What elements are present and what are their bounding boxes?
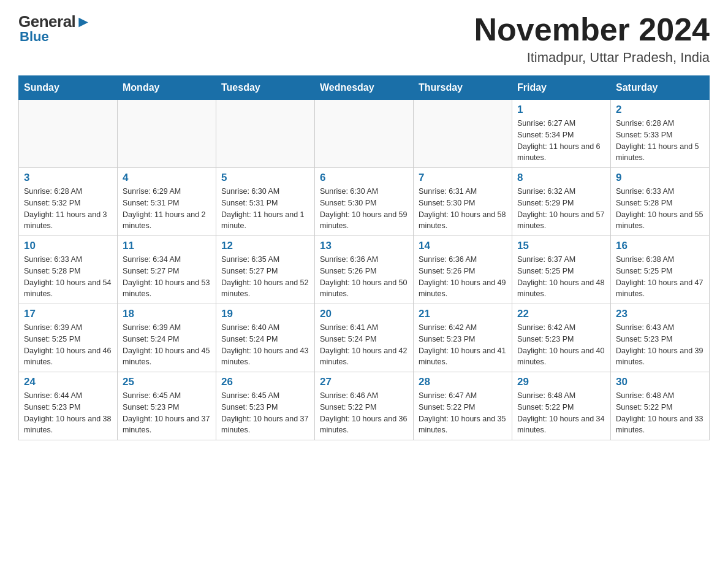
calendar-week-row: 17Sunrise: 6:39 AM Sunset: 5:25 PM Dayli… <box>19 304 710 372</box>
day-info: Sunrise: 6:36 AM Sunset: 5:26 PM Dayligh… <box>419 254 507 300</box>
day-number: 10 <box>24 240 112 252</box>
calendar-cell: 5Sunrise: 6:30 AM Sunset: 5:31 PM Daylig… <box>216 168 315 236</box>
logo-blue-text: ► <box>75 12 91 31</box>
day-info: Sunrise: 6:48 AM Sunset: 5:22 PM Dayligh… <box>616 390 704 436</box>
weekday-header-row: SundayMondayTuesdayWednesdayThursdayFrid… <box>19 76 710 100</box>
day-info: Sunrise: 6:31 AM Sunset: 5:30 PM Dayligh… <box>419 186 507 232</box>
day-number: 11 <box>123 240 211 252</box>
calendar-cell: 10Sunrise: 6:33 AM Sunset: 5:28 PM Dayli… <box>19 236 118 304</box>
day-info: Sunrise: 6:29 AM Sunset: 5:31 PM Dayligh… <box>123 186 211 232</box>
calendar-cell: 27Sunrise: 6:46 AM Sunset: 5:22 PM Dayli… <box>315 372 414 440</box>
header: General ► Blue November 2024 Itimadpur, … <box>18 12 710 66</box>
calendar-cell <box>118 100 216 168</box>
logo: General ► Blue <box>18 12 91 45</box>
calendar-week-row: 10Sunrise: 6:33 AM Sunset: 5:28 PM Dayli… <box>19 236 710 304</box>
calendar-cell: 25Sunrise: 6:45 AM Sunset: 5:23 PM Dayli… <box>118 372 216 440</box>
day-info: Sunrise: 6:27 AM Sunset: 5:34 PM Dayligh… <box>517 118 605 164</box>
day-info: Sunrise: 6:33 AM Sunset: 5:28 PM Dayligh… <box>24 254 112 300</box>
calendar-cell: 2Sunrise: 6:28 AM Sunset: 5:33 PM Daylig… <box>611 100 710 168</box>
day-number: 7 <box>419 172 507 184</box>
location-subtitle: Itimadpur, Uttar Pradesh, India <box>474 50 710 66</box>
calendar-header: SundayMondayTuesdayWednesdayThursdayFrid… <box>19 76 710 100</box>
calendar-cell <box>414 100 512 168</box>
day-number: 25 <box>123 376 211 388</box>
calendar-cell: 13Sunrise: 6:36 AM Sunset: 5:26 PM Dayli… <box>315 236 414 304</box>
calendar-cell <box>19 100 118 168</box>
calendar-cell: 20Sunrise: 6:41 AM Sunset: 5:24 PM Dayli… <box>315 304 414 372</box>
day-info: Sunrise: 6:43 AM Sunset: 5:23 PM Dayligh… <box>616 322 704 368</box>
calendar-cell: 8Sunrise: 6:32 AM Sunset: 5:29 PM Daylig… <box>512 168 611 236</box>
calendar-cell: 6Sunrise: 6:30 AM Sunset: 5:30 PM Daylig… <box>315 168 414 236</box>
day-number: 20 <box>320 308 408 320</box>
day-number: 17 <box>24 308 112 320</box>
day-info: Sunrise: 6:33 AM Sunset: 5:28 PM Dayligh… <box>616 186 704 232</box>
calendar-cell: 29Sunrise: 6:48 AM Sunset: 5:22 PM Dayli… <box>512 372 611 440</box>
day-number: 27 <box>320 376 408 388</box>
day-number: 24 <box>24 376 112 388</box>
calendar-cell: 21Sunrise: 6:42 AM Sunset: 5:23 PM Dayli… <box>414 304 512 372</box>
calendar-cell: 18Sunrise: 6:39 AM Sunset: 5:24 PM Dayli… <box>118 304 216 372</box>
day-number: 21 <box>419 308 507 320</box>
day-info: Sunrise: 6:34 AM Sunset: 5:27 PM Dayligh… <box>123 254 211 300</box>
day-number: 6 <box>320 172 408 184</box>
logo-blue-label: Blue <box>20 29 49 45</box>
calendar-cell: 23Sunrise: 6:43 AM Sunset: 5:23 PM Dayli… <box>611 304 710 372</box>
day-info: Sunrise: 6:32 AM Sunset: 5:29 PM Dayligh… <box>517 186 605 232</box>
day-number: 1 <box>517 104 605 116</box>
title-area: November 2024 Itimadpur, Uttar Pradesh, … <box>474 12 710 66</box>
calendar-cell: 4Sunrise: 6:29 AM Sunset: 5:31 PM Daylig… <box>118 168 216 236</box>
day-info: Sunrise: 6:48 AM Sunset: 5:22 PM Dayligh… <box>517 390 605 436</box>
day-number: 29 <box>517 376 605 388</box>
day-number: 5 <box>221 172 309 184</box>
day-number: 9 <box>616 172 704 184</box>
month-year-title: November 2024 <box>474 12 710 47</box>
calendar-week-row: 24Sunrise: 6:44 AM Sunset: 5:23 PM Dayli… <box>19 372 710 440</box>
day-info: Sunrise: 6:37 AM Sunset: 5:25 PM Dayligh… <box>517 254 605 300</box>
calendar-table: SundayMondayTuesdayWednesdayThursdayFrid… <box>18 75 710 440</box>
day-info: Sunrise: 6:38 AM Sunset: 5:25 PM Dayligh… <box>616 254 704 300</box>
calendar-cell: 22Sunrise: 6:42 AM Sunset: 5:23 PM Dayli… <box>512 304 611 372</box>
day-number: 28 <box>419 376 507 388</box>
day-info: Sunrise: 6:30 AM Sunset: 5:31 PM Dayligh… <box>221 186 309 232</box>
weekday-header-friday: Friday <box>512 76 611 100</box>
day-number: 16 <box>616 240 704 252</box>
calendar-cell: 11Sunrise: 6:34 AM Sunset: 5:27 PM Dayli… <box>118 236 216 304</box>
day-number: 4 <box>123 172 211 184</box>
day-info: Sunrise: 6:39 AM Sunset: 5:24 PM Dayligh… <box>123 322 211 368</box>
day-info: Sunrise: 6:41 AM Sunset: 5:24 PM Dayligh… <box>320 322 408 368</box>
calendar-cell: 9Sunrise: 6:33 AM Sunset: 5:28 PM Daylig… <box>611 168 710 236</box>
weekday-header-saturday: Saturday <box>611 76 710 100</box>
calendar-cell: 7Sunrise: 6:31 AM Sunset: 5:30 PM Daylig… <box>414 168 512 236</box>
day-info: Sunrise: 6:39 AM Sunset: 5:25 PM Dayligh… <box>24 322 112 368</box>
day-number: 3 <box>24 172 112 184</box>
weekday-header-wednesday: Wednesday <box>315 76 414 100</box>
calendar-cell: 26Sunrise: 6:45 AM Sunset: 5:23 PM Dayli… <box>216 372 315 440</box>
calendar-cell <box>315 100 414 168</box>
calendar-cell: 14Sunrise: 6:36 AM Sunset: 5:26 PM Dayli… <box>414 236 512 304</box>
day-number: 8 <box>517 172 605 184</box>
day-info: Sunrise: 6:45 AM Sunset: 5:23 PM Dayligh… <box>123 390 211 436</box>
day-info: Sunrise: 6:28 AM Sunset: 5:33 PM Dayligh… <box>616 118 704 164</box>
day-number: 30 <box>616 376 704 388</box>
day-info: Sunrise: 6:44 AM Sunset: 5:23 PM Dayligh… <box>24 390 112 436</box>
weekday-header-tuesday: Tuesday <box>216 76 315 100</box>
calendar-body: 1Sunrise: 6:27 AM Sunset: 5:34 PM Daylig… <box>19 100 710 440</box>
weekday-header-monday: Monday <box>118 76 216 100</box>
day-number: 18 <box>123 308 211 320</box>
day-number: 19 <box>221 308 309 320</box>
day-info: Sunrise: 6:47 AM Sunset: 5:22 PM Dayligh… <box>419 390 507 436</box>
calendar-cell: 17Sunrise: 6:39 AM Sunset: 5:25 PM Dayli… <box>19 304 118 372</box>
calendar-cell: 15Sunrise: 6:37 AM Sunset: 5:25 PM Dayli… <box>512 236 611 304</box>
calendar-cell: 16Sunrise: 6:38 AM Sunset: 5:25 PM Dayli… <box>611 236 710 304</box>
day-number: 2 <box>616 104 704 116</box>
day-number: 14 <box>419 240 507 252</box>
day-info: Sunrise: 6:40 AM Sunset: 5:24 PM Dayligh… <box>221 322 309 368</box>
day-number: 15 <box>517 240 605 252</box>
calendar-cell: 28Sunrise: 6:47 AM Sunset: 5:22 PM Dayli… <box>414 372 512 440</box>
day-info: Sunrise: 6:45 AM Sunset: 5:23 PM Dayligh… <box>221 390 309 436</box>
day-info: Sunrise: 6:42 AM Sunset: 5:23 PM Dayligh… <box>517 322 605 368</box>
day-info: Sunrise: 6:36 AM Sunset: 5:26 PM Dayligh… <box>320 254 408 300</box>
calendar-cell: 1Sunrise: 6:27 AM Sunset: 5:34 PM Daylig… <box>512 100 611 168</box>
day-number: 12 <box>221 240 309 252</box>
calendar-week-row: 1Sunrise: 6:27 AM Sunset: 5:34 PM Daylig… <box>19 100 710 168</box>
